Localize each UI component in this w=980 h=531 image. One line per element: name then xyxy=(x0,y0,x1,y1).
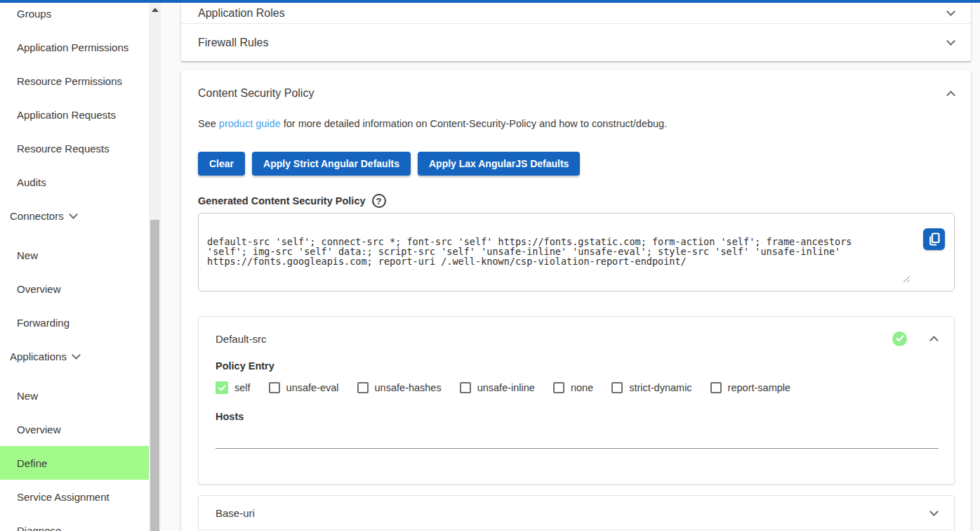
sidebar-item-label: Define xyxy=(17,457,47,469)
sidebar-item-label: Application Permissions xyxy=(17,41,128,53)
sidebar-item-define[interactable]: Define xyxy=(0,446,149,480)
policy-entry-options: selfunsafe-evalunsafe-hashesunsafe-inlin… xyxy=(216,381,937,394)
generated-csp-textarea[interactable]: default-src 'self'; connect-src *; font-… xyxy=(198,213,955,291)
checkbox-unchecked-icon[interactable] xyxy=(460,382,471,393)
checkbox-label: unsafe-eval xyxy=(286,382,339,393)
chevron-down-icon xyxy=(72,350,81,360)
panel-content-security-policy[interactable]: Content Security Policy xyxy=(181,70,971,117)
generated-csp-area: default-src 'self'; connect-src *; font-… xyxy=(198,213,954,291)
intro-prefix: See xyxy=(198,118,219,129)
checkbox-strict-dynamic[interactable]: strict-dynamic xyxy=(611,382,691,393)
chevron-down-icon[interactable] xyxy=(946,7,955,16)
checkbox-none[interactable]: none xyxy=(553,382,593,393)
scrollbar-thumb[interactable] xyxy=(150,220,159,531)
accordion-card: Application Roles Firewall Rules xyxy=(181,3,971,61)
sidebar-item-label: Audits xyxy=(17,176,46,188)
base-uri-header[interactable]: Base-uri xyxy=(199,496,954,530)
sidebar: GroupsApplication PermissionsResource Pe… xyxy=(0,3,149,531)
checkbox-unsafe-hashes[interactable]: unsafe-hashes xyxy=(357,382,442,393)
top-accent-bar xyxy=(0,0,980,3)
checkbox-label: report-sample xyxy=(728,382,790,393)
scrollbar-up-arrow-icon[interactable] xyxy=(152,8,159,12)
checkbox-self[interactable]: self xyxy=(216,381,251,394)
chevron-up-icon[interactable] xyxy=(946,91,955,100)
checkbox-unsafe-inline[interactable]: unsafe-inline xyxy=(460,382,535,393)
panel-firewall-rules[interactable]: Firewall Rules xyxy=(181,24,971,61)
apply-lax-angularjs-defaults-button[interactable]: Apply Lax AngularJS Defaults xyxy=(418,152,580,176)
sidebar-item-label: Diagnose xyxy=(17,525,61,531)
copy-button[interactable] xyxy=(923,228,945,250)
sidebar-item-label: New xyxy=(17,249,38,261)
csp-intro-text: See product guide for more detailed info… xyxy=(198,118,954,129)
sidebar-item-label: Service Assignment xyxy=(17,491,110,503)
checkbox-label: unsafe-inline xyxy=(477,382,535,393)
sidebar-item-label: Forwarding xyxy=(17,317,69,329)
base-uri-panel: Base-uri xyxy=(198,495,955,531)
chevron-down-icon[interactable] xyxy=(946,37,955,46)
chevron-up-icon[interactable] xyxy=(929,336,939,345)
sidebar-scrollbar[interactable] xyxy=(149,3,161,531)
sidebar-item-connectors[interactable]: Connectors xyxy=(0,199,149,232)
checkbox-label: self xyxy=(234,382,251,393)
default-src-panel: Default-src Policy Entry selfunsafe-eval… xyxy=(198,316,955,485)
hosts-label: Hosts xyxy=(216,411,937,422)
sidebar-item-service-assignment[interactable]: Service Assignment xyxy=(0,480,149,513)
sidebar-item-groups[interactable]: Groups xyxy=(0,3,149,30)
sidebar-item-overview[interactable]: Overview xyxy=(0,412,149,446)
sidebar-item-label: Overview xyxy=(17,424,61,435)
sidebar-item-new[interactable]: New xyxy=(0,238,149,272)
copy-icon xyxy=(928,232,940,246)
checkbox-label: none xyxy=(571,382,593,393)
sidebar-item-application-permissions[interactable]: Application Permissions xyxy=(0,30,149,64)
checkbox-unchecked-icon[interactable] xyxy=(269,382,280,393)
intro-suffix: for more detailed information on Content… xyxy=(281,118,667,129)
sidebar-item-applications[interactable]: Applications xyxy=(0,339,149,373)
sidebar-item-new[interactable]: New xyxy=(0,379,149,412)
sub-panel-title: Default-src xyxy=(216,333,267,345)
checkbox-checked-icon[interactable] xyxy=(216,381,228,394)
panel-title: Firewall Rules xyxy=(198,37,268,49)
clear-button[interactable]: Clear xyxy=(198,152,245,176)
checkbox-label: unsafe-hashes xyxy=(375,382,442,393)
hosts-input[interactable] xyxy=(216,448,939,449)
chevron-down-icon[interactable] xyxy=(929,507,939,516)
checkbox-unsafe-eval[interactable]: unsafe-eval xyxy=(269,382,339,393)
content-security-policy-card: Content Security Policy See product guid… xyxy=(181,70,971,531)
sidebar-item-resource-requests[interactable]: Resource Requests xyxy=(0,131,149,165)
checkbox-unchecked-icon[interactable] xyxy=(357,382,369,393)
chevron-down-icon xyxy=(69,210,78,219)
sidebar-item-resource-permissions[interactable]: Resource Permissions xyxy=(0,64,149,98)
sidebar-item-label: Applications xyxy=(10,350,67,362)
generated-csp-label: Generated Content Security Policy xyxy=(198,195,366,206)
checkbox-unchecked-icon[interactable] xyxy=(710,382,722,393)
resize-handle-icon[interactable] xyxy=(903,275,911,283)
generated-csp-label-row: Generated Content Security Policy ? xyxy=(198,194,954,208)
panel-title: Content Security Policy xyxy=(198,87,314,100)
policy-entry-label: Policy Entry xyxy=(216,360,937,372)
check-circle-icon xyxy=(892,332,907,346)
sidebar-item-audits[interactable]: Audits xyxy=(0,165,149,199)
sidebar-item-label: Overview xyxy=(17,283,61,295)
checkbox-unchecked-icon[interactable] xyxy=(611,382,623,393)
checkbox-unchecked-icon[interactable] xyxy=(553,382,564,393)
panel-title: Application Roles xyxy=(198,7,285,20)
sidebar-nav: GroupsApplication PermissionsResource Pe… xyxy=(0,3,149,531)
sidebar-item-label: Groups xyxy=(17,8,51,20)
csp-button-row: Clear Apply Strict Angular Defaults Appl… xyxy=(198,152,954,176)
default-src-header[interactable]: Default-src xyxy=(199,317,954,360)
main-content: Application Roles Firewall Rules Content… xyxy=(161,0,980,531)
checkbox-report-sample[interactable]: report-sample xyxy=(710,382,790,393)
sidebar-item-label: Application Requests xyxy=(17,109,116,121)
sidebar-item-forwarding[interactable]: Forwarding xyxy=(0,306,149,339)
sidebar-item-label: Resource Permissions xyxy=(17,75,122,87)
sidebar-item-diagnose[interactable]: Diagnose xyxy=(0,513,149,531)
sidebar-item-application-requests[interactable]: Application Requests xyxy=(0,98,149,131)
checkbox-label: strict-dynamic xyxy=(629,382,691,393)
sidebar-item-label: New xyxy=(17,390,38,402)
sidebar-item-overview[interactable]: Overview xyxy=(0,272,149,306)
question-mark-icon[interactable]: ? xyxy=(372,194,386,208)
apply-strict-angular-defaults-button[interactable]: Apply Strict Angular Defaults xyxy=(252,152,411,176)
product-guide-link[interactable]: product guide xyxy=(219,118,281,129)
panel-application-roles[interactable]: Application Roles xyxy=(181,3,971,23)
sidebar-item-label: Connectors xyxy=(10,210,64,222)
